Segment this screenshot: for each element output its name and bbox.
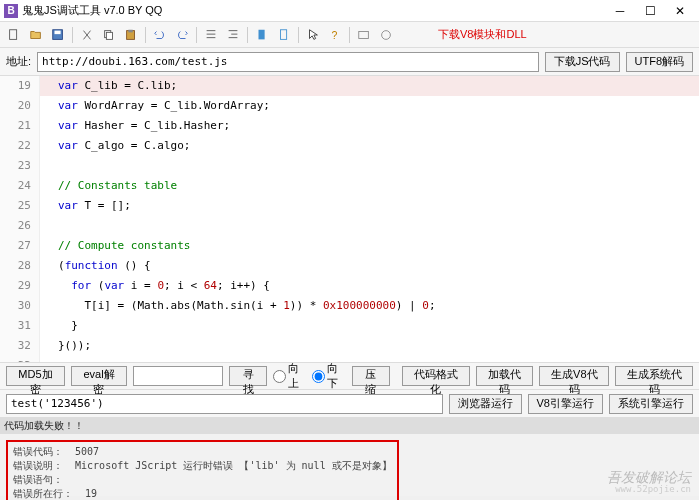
window-title: 鬼鬼JS调试工具 v7.0 BY QQ — [22, 3, 605, 18]
line-number: 25 — [0, 196, 40, 216]
maximize-button[interactable]: ☐ — [635, 1, 665, 21]
svg-rect-6 — [128, 29, 132, 32]
code-line[interactable]: 20var WordArray = C_lib.WordArray; — [0, 96, 699, 116]
code-line[interactable]: 32}()); — [0, 336, 699, 356]
svg-rect-7 — [259, 29, 265, 39]
open-icon[interactable] — [26, 25, 46, 45]
toolbar: ? 下载V8模块和DLL — [0, 22, 699, 48]
line-number: 31 — [0, 316, 40, 336]
watermark-url: www.52pojie.cn — [615, 482, 691, 496]
svg-rect-0 — [10, 29, 17, 39]
line-number: 32 — [0, 336, 40, 356]
code-content: var T = []; — [40, 196, 131, 216]
code-line[interactable]: 33 — [0, 356, 699, 362]
format-code-button[interactable]: 代码格式化 — [402, 366, 470, 386]
svg-point-11 — [382, 30, 391, 39]
line-number: 30 — [0, 296, 40, 316]
tool-b-icon[interactable] — [376, 25, 396, 45]
utf8-decode-button[interactable]: UTF8解码 — [626, 52, 694, 72]
address-input[interactable] — [37, 52, 539, 72]
line-number: 28 — [0, 256, 40, 276]
code-line[interactable]: 26 — [0, 216, 699, 236]
load-code-button[interactable]: 加载代码 — [476, 366, 534, 386]
line-number: 21 — [0, 116, 40, 136]
line-number: 29 — [0, 276, 40, 296]
code-content: var C_lib = C.lib; — [40, 76, 177, 96]
direction-up-radio[interactable]: 向上 — [273, 361, 306, 391]
v8-run-button[interactable]: V8引擎运行 — [528, 394, 603, 414]
line-number: 24 — [0, 176, 40, 196]
download-js-button[interactable]: 下载JS代码 — [545, 52, 620, 72]
outdent-icon[interactable] — [223, 25, 243, 45]
md5-button[interactable]: MD5加密 — [6, 366, 65, 386]
svg-rect-4 — [106, 32, 112, 39]
code-line[interactable]: 27// Compute constants — [0, 236, 699, 256]
code-line[interactable]: 30 T[i] = (Math.abs(Math.sin(i + 1)) * 0… — [0, 296, 699, 316]
code-content — [40, 356, 58, 362]
address-label: 地址: — [6, 54, 31, 69]
watermark: 吾发破解论坛 — [607, 470, 691, 484]
direction-down-radio[interactable]: 向下 — [312, 361, 345, 391]
code-content: // Compute constants — [40, 236, 190, 256]
error-header: 代码加载失败！！ — [0, 418, 699, 434]
sys-run-button[interactable]: 系统引擎运行 — [609, 394, 693, 414]
redo-icon[interactable] — [172, 25, 192, 45]
line-number: 26 — [0, 216, 40, 236]
error-body: 错误代码： 5007 错误说明： Microsoft JScript 运行时错误… — [0, 434, 699, 496]
code-line[interactable]: 28(function () { — [0, 256, 699, 276]
code-line[interactable]: 31 } — [0, 316, 699, 336]
browser-run-button[interactable]: 浏览器运行 — [449, 394, 522, 414]
code-line[interactable]: 21var Hasher = C_lib.Hasher; — [0, 116, 699, 136]
code-content — [40, 156, 58, 176]
minimize-button[interactable]: ─ — [605, 1, 635, 21]
code-line[interactable]: 22var C_algo = C.algo; — [0, 136, 699, 156]
line-number: 19 — [0, 76, 40, 96]
code-content: }()); — [40, 336, 91, 356]
line-number: 20 — [0, 96, 40, 116]
cursor-icon[interactable] — [303, 25, 323, 45]
error-text: 错误代码： 5007 错误说明： Microsoft JScript 运行时错误… — [6, 440, 399, 500]
svg-rect-2 — [55, 30, 61, 34]
code-content — [40, 216, 58, 236]
app-icon: B — [4, 4, 18, 18]
cut-icon[interactable] — [77, 25, 97, 45]
svg-text:?: ? — [332, 28, 338, 40]
code-line[interactable]: 23 — [0, 156, 699, 176]
line-number: 23 — [0, 156, 40, 176]
address-bar: 地址: 下载JS代码 UTF8解码 — [0, 48, 699, 76]
toolbar-notice[interactable]: 下载V8模块和DLL — [438, 27, 527, 42]
copy-icon[interactable] — [99, 25, 119, 45]
compress-button[interactable]: 压缩 — [352, 366, 390, 386]
window-controls: ─ ☐ ✕ — [605, 1, 695, 21]
save-icon[interactable] — [48, 25, 68, 45]
code-content: var Hasher = C_lib.Hasher; — [40, 116, 230, 136]
new-icon[interactable] — [4, 25, 24, 45]
gen-v8-button[interactable]: 生成V8代码 — [539, 366, 609, 386]
indent-icon[interactable] — [201, 25, 221, 45]
bookmark-icon[interactable] — [252, 25, 272, 45]
gen-sys-button[interactable]: 生成系统代码 — [615, 366, 693, 386]
paste-icon[interactable] — [121, 25, 141, 45]
find-button[interactable]: 寻找 — [229, 366, 267, 386]
close-button[interactable]: ✕ — [665, 1, 695, 21]
button-row-1: MD5加密 eval解密 寻找 向上 向下 压缩 代码格式化 加载代码 生成V8… — [0, 362, 699, 390]
svg-rect-8 — [281, 29, 287, 39]
code-line[interactable]: 19var C_lib = C.lib; — [0, 76, 699, 96]
eval-decrypt-button[interactable]: eval解密 — [71, 366, 127, 386]
undo-icon[interactable] — [150, 25, 170, 45]
code-content: var WordArray = C_lib.WordArray; — [40, 96, 270, 116]
bookmark-next-icon[interactable] — [274, 25, 294, 45]
code-content: var C_algo = C.algo; — [40, 136, 190, 156]
code-content: for (var i = 0; i < 64; i++) { — [40, 276, 270, 296]
find-input[interactable] — [133, 366, 223, 386]
line-number: 27 — [0, 236, 40, 256]
line-number: 22 — [0, 136, 40, 156]
question-icon[interactable]: ? — [325, 25, 345, 45]
code-editor[interactable]: 19var C_lib = C.lib;20var WordArray = C_… — [0, 76, 699, 362]
code-line[interactable]: 25var T = []; — [0, 196, 699, 216]
tool-a-icon[interactable] — [354, 25, 374, 45]
code-line[interactable]: 24// Constants table — [0, 176, 699, 196]
titlebar: B 鬼鬼JS调试工具 v7.0 BY QQ ─ ☐ ✕ — [0, 0, 699, 22]
test-expression-input[interactable] — [6, 394, 443, 414]
code-line[interactable]: 29 for (var i = 0; i < 64; i++) { — [0, 276, 699, 296]
